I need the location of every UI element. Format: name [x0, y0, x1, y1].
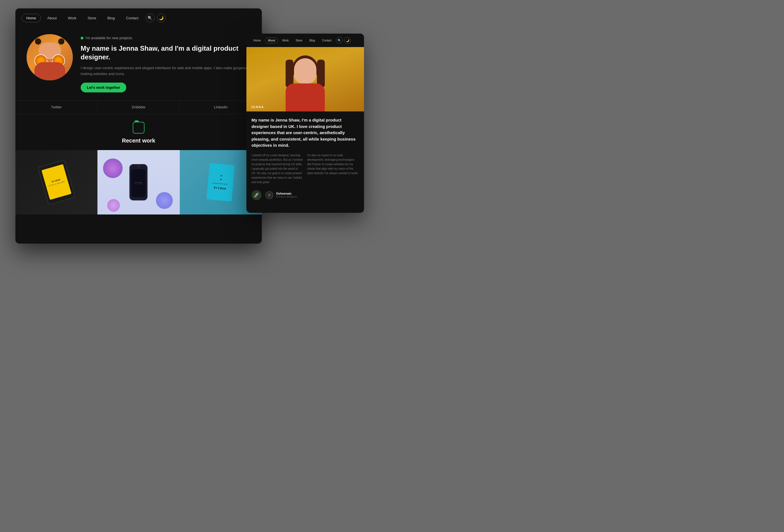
nav-blog[interactable]: Blog	[103, 14, 119, 22]
about-nav-home[interactable]: Home	[250, 37, 264, 44]
dark-mode-icon[interactable]: 🌙	[157, 13, 166, 22]
available-dot	[81, 37, 83, 39]
person-name-label: JENNA	[251, 105, 264, 109]
portfolio-item-1[interactable]: Gridum NEULONIK	[97, 150, 179, 215]
testimonial-avatar: 🚀	[251, 190, 261, 200]
about-dark-mode-icon[interactable]: 🌙	[344, 37, 351, 44]
main-nav: Home About Work Store Blog Contact 🔍 🌙	[16, 8, 262, 27]
testimonial-o-circle: O	[265, 191, 273, 199]
about-col2: I'm also an expert in no-code developmen…	[307, 153, 359, 185]
rocket-icon: 🚀	[254, 192, 259, 198]
about-nav-blog[interactable]: Blog	[306, 37, 318, 44]
hero-title: My name is Jenna Shaw, and I'm a digital…	[81, 44, 251, 61]
search-icon[interactable]: 🔍	[146, 13, 155, 22]
portfolio-item-0[interactable]: Gridum STELLARION	[16, 150, 97, 215]
available-badge: I'm available for new projects	[81, 36, 251, 40]
phone-device: Gridum NEULONIK	[129, 164, 147, 200]
about-nav-work[interactable]: Work	[279, 37, 292, 44]
about-nav-store[interactable]: Store	[292, 37, 306, 44]
work-section: Recent work Gridum STELLARION	[16, 114, 262, 215]
available-text: I'm available for new projects	[85, 36, 132, 40]
document-card: S A AURORIUM Gridum	[207, 163, 235, 201]
portfolio-grid: Gridum STELLARION Gridum NEULONIK	[16, 150, 262, 215]
testimonial-row: 🚀 O Osheenaic Product designer	[251, 190, 359, 200]
tablet-device: Gridum STELLARION	[37, 160, 75, 205]
avatar	[27, 34, 73, 80]
about-content: My name is Jenna Shaw, I'm a digital pro…	[246, 111, 364, 206]
social-dribbble[interactable]: Dribbble	[98, 101, 180, 114]
social-bar: Twitter Dribbble LinkedIn	[16, 100, 262, 114]
testimonial-role: Product designer	[276, 195, 297, 198]
hero-text: I'm available for new projects My name i…	[81, 34, 251, 92]
nav-work[interactable]: Work	[63, 14, 81, 22]
about-nav-contact[interactable]: Contact	[319, 37, 335, 44]
main-window: Home About Work Store Blog Contact 🔍 🌙	[16, 8, 262, 244]
folder-icon	[133, 122, 144, 134]
testimonial-name: Osheenaic	[276, 192, 297, 195]
work-title: Recent work	[16, 138, 262, 144]
hero-description: I design user-centric experiences and el…	[81, 65, 251, 77]
about-search-icon[interactable]: 🔍	[336, 37, 343, 44]
about-nav-about[interactable]: About	[265, 37, 278, 44]
nav-store[interactable]: Store	[83, 14, 101, 22]
about-hero-image: JENNA	[246, 47, 364, 111]
cta-button[interactable]: Let's work together	[81, 83, 126, 92]
nav-about[interactable]: About	[43, 14, 62, 22]
about-main-text: My name is Jenna Shaw, I'm a digital pro…	[251, 117, 359, 149]
nav-home[interactable]: Home	[22, 14, 41, 22]
hero-section: I'm available for new projects My name i…	[16, 27, 262, 100]
nav-contact[interactable]: Contact	[121, 14, 143, 22]
about-nav: Home About Work Store Blog Contact 🔍 🌙	[246, 34, 364, 47]
social-twitter[interactable]: Twitter	[16, 101, 98, 114]
about-desc-columns: I started off as a web designer, learnin…	[251, 153, 359, 185]
about-col1: I started off as a web designer, learnin…	[251, 153, 303, 185]
about-window: Home About Work Store Blog Contact 🔍 🌙 J…	[246, 34, 364, 213]
